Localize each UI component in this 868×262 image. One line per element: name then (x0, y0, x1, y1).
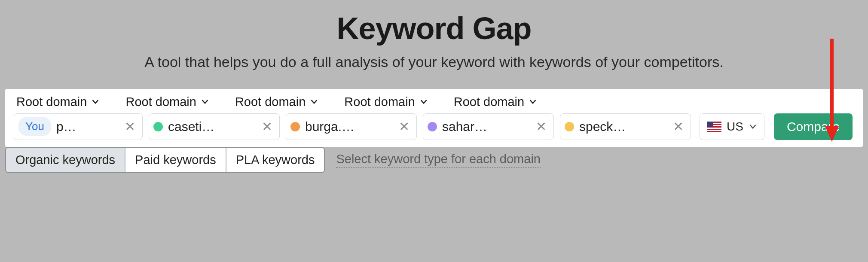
domain-inputs-row: You p… ✕ caseti… ✕ burga.… ✕ sahar… ✕ sp… (14, 113, 854, 140)
color-dot-icon (565, 122, 574, 131)
scope-selector-4[interactable]: Root domain (454, 95, 537, 109)
close-icon[interactable]: ✕ (535, 120, 547, 133)
scope-label: Root domain (235, 95, 306, 109)
page-subtitle: A tool that helps you do a full analysis… (0, 52, 868, 73)
close-icon[interactable]: ✕ (124, 120, 136, 133)
chevron-down-icon (91, 97, 100, 106)
select-type-link[interactable]: Select keyword type for each domain (336, 152, 541, 168)
chevron-down-icon (529, 97, 537, 106)
domain-text: sahar… (442, 119, 530, 134)
color-dot-icon (290, 122, 300, 131)
scope-selector-1[interactable]: Root domain (125, 95, 209, 109)
keyword-type-tabs: Organic keywords Paid keywords PLA keywo… (5, 147, 325, 173)
scope-selector-3[interactable]: Root domain (344, 95, 428, 109)
tab-paid[interactable]: Paid keywords (125, 148, 226, 172)
scope-row: Root domain Root domain Root domain Root… (14, 95, 854, 109)
scope-label: Root domain (344, 95, 415, 109)
scope-label: Root domain (16, 95, 87, 109)
close-icon[interactable]: ✕ (261, 120, 273, 133)
page-title: Keyword Gap (0, 11, 868, 46)
color-dot-icon (428, 122, 437, 131)
country-selector[interactable]: US (700, 113, 764, 140)
close-icon[interactable]: ✕ (398, 120, 410, 133)
domain-text: p… (56, 119, 119, 134)
you-badge: You (18, 117, 51, 136)
scope-selector-0[interactable]: Root domain (16, 95, 100, 109)
chevron-down-icon (419, 97, 428, 106)
input-panel: Root domain Root domain Root domain Root… (5, 89, 863, 147)
tab-organic[interactable]: Organic keywords (6, 148, 125, 172)
chevron-down-icon (310, 97, 318, 106)
compare-button[interactable]: Compare (774, 113, 853, 140)
color-dot-icon (153, 122, 163, 131)
domain-text: speck… (579, 119, 667, 134)
domain-chip-3[interactable]: sahar… ✕ (423, 113, 554, 140)
keyword-type-row: Organic keywords Paid keywords PLA keywo… (5, 147, 863, 173)
close-icon[interactable]: ✕ (672, 120, 685, 133)
us-flag-icon (707, 122, 721, 132)
country-code: US (727, 120, 743, 134)
tab-pla[interactable]: PLA keywords (226, 148, 324, 172)
scope-label: Root domain (454, 95, 524, 109)
domain-chip-4[interactable]: speck… ✕ (560, 113, 691, 140)
domain-chip-2[interactable]: burga.… ✕ (286, 113, 417, 140)
domain-text: burga.… (305, 119, 393, 134)
page-header: Keyword Gap A tool that helps you do a f… (0, 0, 868, 73)
scope-selector-2[interactable]: Root domain (235, 95, 318, 109)
chevron-down-icon (749, 122, 757, 131)
domain-text: caseti… (168, 119, 256, 134)
domain-chip-you[interactable]: You p… ✕ (14, 113, 143, 140)
chevron-down-icon (201, 97, 209, 106)
scope-label: Root domain (125, 95, 196, 109)
domain-chip-1[interactable]: caseti… ✕ (149, 113, 280, 140)
